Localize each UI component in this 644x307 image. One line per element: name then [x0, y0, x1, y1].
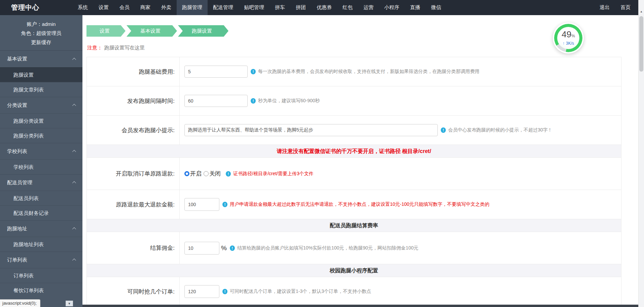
sidebar-group-header-3[interactable]: 配送员管理	[0, 174, 82, 191]
field-content-1: !秒为单位，建议填写60-900秒	[180, 86, 621, 115]
sidebar-scroll-down-button[interactable]: ▼	[66, 301, 73, 306]
chevron-up-icon	[72, 104, 76, 108]
sidebar-item-3-0[interactable]: 配送员列表	[0, 191, 82, 205]
topbar-item-9[interactable]: 拼团	[290, 0, 311, 15]
sidebar-item-4-0[interactable]: 跑腿地址列表	[0, 237, 82, 252]
radio-option-label-1: 关闭	[209, 170, 221, 178]
section-header: 配送员跑腿结算费率	[87, 219, 621, 232]
topbar-item-8[interactable]: 拼车	[270, 0, 290, 15]
gauge-percent: 49%	[562, 30, 575, 40]
radio-selected-icon[interactable]	[184, 171, 189, 176]
field-input-5[interactable]	[184, 198, 219, 211]
radio-unselected-icon[interactable]	[204, 171, 209, 176]
account-panel: 账户：admin 角色：超级管理员 更新缓存	[0, 15, 82, 51]
field-input-0[interactable]	[184, 66, 248, 78]
field-content-0: !每一次跑腿的基本费用，会员发布的时候收取，支持在线支付，新版如果筛选分类，在跑…	[180, 57, 621, 86]
form-row-5: 原路退款最大退款金额:!用户申请退款金额最大超过此数字后无法申请退款，不支持小数…	[87, 190, 621, 219]
field-input-9[interactable]	[184, 285, 219, 298]
sidebar-group-title: 跑腿地址	[7, 226, 27, 232]
sidebar-item-1-1[interactable]: 跑腿分类列表	[0, 128, 82, 143]
sidebar-group-header-0[interactable]: 基本设置	[0, 51, 82, 67]
refresh-cache-link[interactable]: 更新缓存	[2, 38, 80, 47]
sidebar: 账户：admin 角色：超级管理员 更新缓存 基本设置跑腿设置跑腿文章列表分类设…	[0, 15, 82, 307]
status-tooltip: javascript:void(0);	[0, 299, 40, 307]
topbar-item-5[interactable]: 跑腿管理	[177, 0, 208, 15]
topbar-item-15[interactable]: 微信	[426, 0, 446, 15]
topbar-item-6[interactable]: 配送管理	[208, 0, 239, 15]
field-hint-5: 用户申请退款金额最大超过此数字后无法申请退款，不支持小数点，建议设置10元-10…	[230, 201, 490, 207]
topbar-item-0[interactable]: 系统	[72, 0, 93, 15]
sidebar-group-header-5[interactable]: 订单列表	[0, 252, 82, 268]
topbar-right-item-1[interactable]: 首页	[615, 0, 636, 15]
sidebar-group-title: 分类设置	[7, 102, 27, 109]
breadcrumb-basic-settings[interactable]: 基本设置	[127, 25, 177, 37]
info-icon: !	[230, 245, 235, 251]
field-input-2[interactable]	[184, 124, 438, 136]
sidebar-item-2-0[interactable]: 学校列表	[0, 159, 82, 174]
field-hint-7: 结算给跑腿的会员账户比如填写10%实际付款100元，给跑腿90元，网站扣除佣金1…	[237, 245, 418, 251]
radio-option-1[interactable]: 关闭	[204, 170, 221, 178]
sidebar-group-header-2[interactable]: 学校列表	[0, 143, 82, 159]
notice-prefix: 注意：	[87, 45, 102, 50]
topbar-item-10[interactable]: 优惠券	[311, 0, 337, 15]
field-hint-4: 证书路径/根目录/cret/需要上传3个文件	[233, 171, 314, 177]
info-icon: !	[441, 127, 446, 133]
sidebar-item-5-0[interactable]: 订单列表	[0, 268, 82, 283]
topbar-right: 退出首页	[594, 0, 644, 15]
sidebar-group-title: 配送员管理	[7, 180, 32, 186]
field-input-1[interactable]	[184, 95, 248, 107]
topbar-item-11[interactable]: 红包	[337, 0, 358, 15]
field-content-7: %!结算给跑腿的会员账户比如填写10%实际付款100元，给跑腿90元，网站扣除佣…	[180, 232, 621, 264]
chevron-up-icon	[72, 150, 76, 154]
info-icon: !	[222, 202, 227, 207]
topbar-item-12[interactable]: 运营	[358, 0, 379, 15]
network-gauge: 49% ↑3K/s	[553, 23, 584, 53]
account-role: 角色：超级管理员	[2, 29, 80, 38]
topbar-item-1[interactable]: 设置	[93, 0, 114, 15]
sidebar-group-header-1[interactable]: 分类设置	[0, 97, 82, 113]
topbar-menu: 系统设置会员商家外卖跑腿管理配送管理贴吧管理拼车拼团优惠券红包运营小程序直播微信	[72, 0, 446, 15]
field-input-7[interactable]	[184, 242, 219, 255]
field-hint-9: 可同时配送几个订单，建议设置1-3个，默认3个订单，不支持小数点	[230, 289, 371, 295]
info-icon: !	[251, 69, 256, 74]
topbar-item-13[interactable]: 小程序	[379, 0, 405, 15]
field-label-2: 会员发布跑腿小提示:	[87, 116, 180, 145]
field-content-2: !会员中心发布跑腿的时候的小提示，不超过30字！	[180, 116, 621, 145]
settings-form: 跑腿基础费用:!每一次跑腿的基本费用，会员发布的时候收取，支持在线支付，新版如果…	[86, 57, 621, 307]
sidebar-item-0-1[interactable]: 跑腿文章列表	[0, 82, 82, 97]
scrollbar-thumb[interactable]	[639, 16, 643, 72]
bottom-strip	[0, 305, 638, 307]
account-user: 账户：admin	[2, 20, 80, 29]
gauge-speed: ↑3K/s	[563, 41, 574, 46]
breadcrumb-errand-settings[interactable]: 跑腿设置	[178, 25, 228, 37]
sidebar-group-title: 学校列表	[7, 148, 27, 155]
sidebar-item-3-1[interactable]: 配送员财务记录	[0, 205, 82, 220]
sidebar-group-title: 订单列表	[7, 257, 27, 263]
breadcrumb-settings[interactable]: 设置	[86, 25, 126, 37]
topbar-item-2[interactable]: 会员	[114, 0, 135, 15]
sidebar-item-0-0[interactable]: 跑腿设置	[0, 67, 82, 82]
warning-banner: 请注意没有配置微信证书的千万不要开启，证书路径 根目录/cret/	[87, 145, 621, 158]
topbar-item-3[interactable]: 商家	[135, 0, 156, 15]
topbar-item-14[interactable]: 直播	[405, 0, 426, 15]
field-label-4: 开启取消订单原路退款:	[87, 158, 180, 190]
scroll-up-arrow-icon[interactable]: ▲	[639, 8, 644, 15]
main-content: 设置 基本设置 跑腿设置 49% ↑3K/s 注意：跑腿设置写在这里 跑腿基础费…	[82, 15, 638, 307]
chevron-up-icon	[72, 57, 76, 61]
sidebar-group-header-4[interactable]: 跑腿地址	[0, 220, 82, 237]
radio-option-0[interactable]: 开启	[184, 170, 202, 178]
sidebar-item-5-1[interactable]: 餐饮订单列表	[0, 283, 82, 298]
field-label-5: 原路退款最大退款金额:	[87, 190, 180, 219]
sidebar-item-1-0[interactable]: 跑腿分类设置	[0, 113, 82, 128]
field-content-4: 开启关闭!证书路径/根目录/cret/需要上传3个文件	[180, 158, 621, 190]
topbar-right-item-0[interactable]: 退出	[594, 0, 615, 15]
section-header: 校园跑腿小程序配置	[87, 264, 621, 277]
form-row-4: 开启取消订单原路退款:开启关闭!证书路径/根目录/cret/需要上传3个文件	[87, 158, 621, 190]
field-label-9: 可同时抢几个订单:	[87, 277, 180, 306]
topbar-item-7[interactable]: 贴吧管理	[239, 0, 270, 15]
topbar: 管理中心 系统设置会员商家外卖跑腿管理配送管理贴吧管理拼车拼团优惠券红包运营小程…	[0, 0, 644, 15]
vertical-scrollbar[interactable]: ▲	[638, 0, 644, 307]
topbar-item-4[interactable]: 外卖	[156, 0, 177, 15]
notice-text: 跑腿设置写在这里	[104, 45, 145, 50]
info-icon: !	[251, 98, 256, 104]
